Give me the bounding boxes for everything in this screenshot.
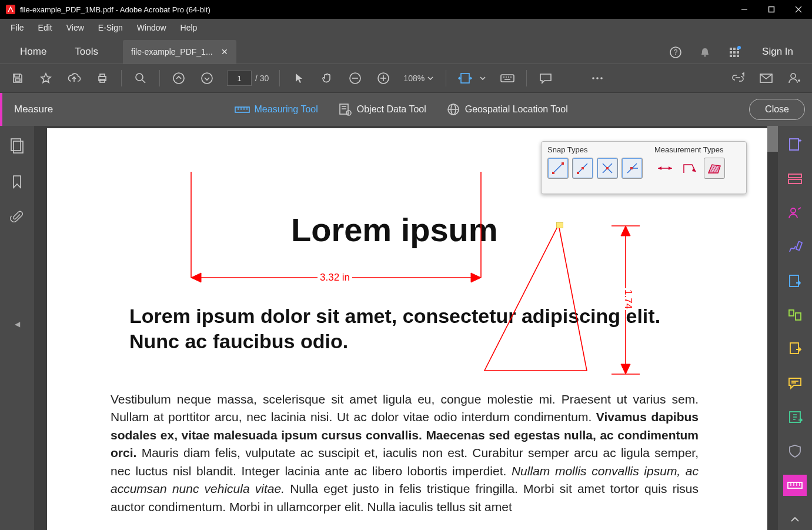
zoom-level-label[interactable]: 108% [403,74,425,83]
window-close-button[interactable] [785,0,812,19]
home-tab[interactable]: Home [6,40,61,64]
export-pdf-tool-icon[interactable] [783,271,807,292]
svg-rect-97 [796,241,802,250]
object-data-tool-button[interactable]: i Object Data Tool [338,103,426,116]
svg-marker-64 [484,225,587,371]
left-navigation-rail: ◀ [0,126,34,530]
page-total-label: / 30 [255,74,269,83]
tools-tab[interactable]: Tools [61,40,112,64]
vertical-scrollbar[interactable] [767,126,778,530]
print-icon[interactable] [89,65,115,91]
tabbar: Home Tools file-example_PDF_1... ✕ ? Sig… [0,36,812,64]
close-tab-icon[interactable]: ✕ [221,47,228,56]
bookmarks-icon[interactable] [11,174,24,189]
share-user-icon[interactable] [781,65,807,91]
scan-ocr-tool-icon[interactable] [783,406,807,428]
more-icon[interactable] [584,65,610,91]
find-icon[interactable] [128,65,153,91]
svg-rect-8 [730,48,732,50]
geospatial-tool-label: Geospatial Location Tool [465,104,568,115]
object-data-tool-label: Object Data Tool [357,104,426,115]
menu-view[interactable]: View [59,21,91,35]
fill-sign-tool-icon[interactable] [783,236,807,258]
snap-midpoints-button[interactable] [597,158,618,179]
page-down-icon[interactable] [194,65,220,91]
snap-paths-button[interactable] [547,158,569,179]
window-maximize-button[interactable] [758,0,785,19]
zoom-out-icon[interactable] [342,65,368,91]
hand-tool-icon[interactable] [314,65,340,91]
fit-chevron-icon[interactable] [479,75,493,82]
keyboard-icon[interactable] [494,65,520,91]
page-number-control: / 30 [227,71,269,86]
close-measure-button[interactable]: Close [749,99,805,120]
edit-pdf-tool-icon[interactable] [783,339,807,360]
zoom-chevron-icon[interactable] [427,75,441,82]
page-number-input[interactable] [227,71,252,86]
snap-endpoints-button[interactable] [572,158,593,179]
measuring-tool-label: Measuring Tool [255,104,318,115]
notifications-icon[interactable] [690,41,720,64]
star-icon[interactable] [33,65,59,91]
select-tool-icon[interactable] [286,65,312,91]
link-share-icon[interactable] [725,65,751,91]
distance-measure-button[interactable] [654,158,676,179]
geospatial-tool-button[interactable]: Geospatial Location Tool [446,102,568,116]
svg-point-17 [737,46,741,49]
email-icon[interactable] [753,65,779,91]
snap-types-label: Snap Types [547,145,643,154]
svg-point-7 [704,55,706,57]
page-up-icon[interactable] [166,65,192,91]
object-data-icon: i [338,103,352,116]
menu-help[interactable]: Help [173,21,205,35]
measure-tool-icon[interactable] [783,475,807,496]
horizontal-measurement-label: 3.32 in [318,272,352,284]
attachments-icon[interactable] [10,209,24,225]
collapse-left-icon[interactable]: ◀ [15,320,20,328]
menu-file[interactable]: File [4,21,31,35]
comment-tool-icon[interactable] [783,372,807,394]
annotation-note-icon[interactable] [556,222,563,228]
combine-files-tool-icon[interactable] [783,168,807,189]
menu-edit[interactable]: Edit [31,21,59,35]
svg-point-96 [791,208,796,213]
cloud-upload-icon[interactable] [61,65,87,91]
measurement-options-panel[interactable]: Snap Types Measurement Types [541,141,747,194]
menu-esign[interactable]: E-Sign [91,21,130,35]
help-icon[interactable]: ? [661,41,690,64]
save-icon[interactable] [5,65,31,91]
measuring-tool-button[interactable]: Measuring Tool [235,104,318,115]
svg-point-38 [596,77,599,79]
area-measurement-triangle[interactable] [482,222,600,375]
protect-tool-icon[interactable] [783,441,807,462]
create-pdf-tool-icon[interactable] [783,134,807,155]
scrollbar-thumb[interactable] [767,126,778,152]
svg-marker-84 [658,166,661,170]
thumbnails-icon[interactable] [9,138,25,154]
svg-rect-31 [501,75,514,82]
expand-tools-icon[interactable] [783,509,807,530]
svg-rect-98 [790,275,798,286]
svg-rect-9 [733,48,736,50]
perimeter-measure-button[interactable] [679,158,700,179]
document-viewport[interactable]: Lorem ipsum Lorem ipsum dolor sit amet, … [34,126,778,530]
fit-width-icon[interactable] [452,65,478,91]
titlebar: file-example_PDF_1MB.pdf - Adobe Acrobat… [0,0,812,19]
svg-rect-14 [730,55,732,57]
right-tools-rail [778,126,812,530]
svg-rect-15 [733,55,736,57]
document-tab[interactable]: file-example_PDF_1... ✕ [123,40,236,64]
svg-rect-75 [577,172,579,174]
area-measure-button[interactable] [704,158,725,179]
window-minimize-button[interactable] [731,0,758,19]
snap-intersections-button[interactable] [621,158,643,179]
request-signatures-tool-icon[interactable] [783,202,807,224]
comment-icon[interactable] [533,65,559,91]
sign-in-button[interactable]: Sign In [749,40,806,64]
zoom-in-icon[interactable] [370,65,396,91]
organize-pages-tool-icon[interactable] [783,305,807,326]
svg-rect-101 [790,343,798,354]
apps-icon[interactable] [720,41,749,64]
main-toolbar: / 30 108% [0,64,812,93]
menu-window[interactable]: Window [130,21,173,35]
